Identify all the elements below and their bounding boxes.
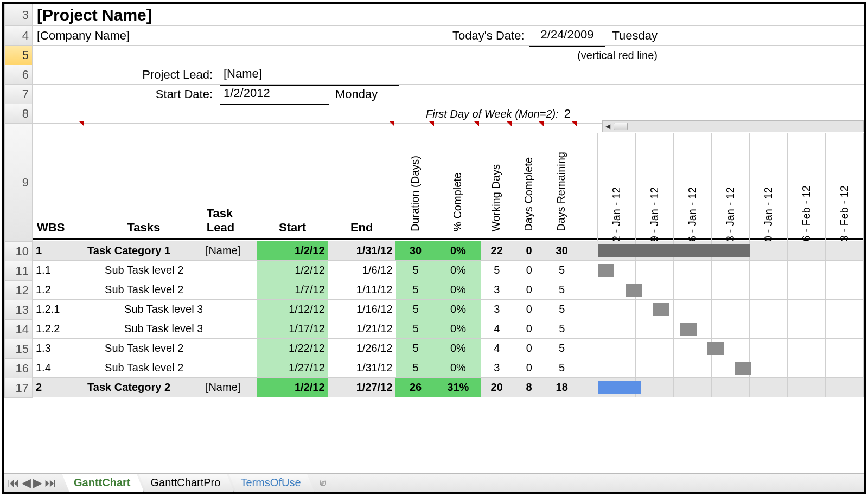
row-header[interactable]: 14 — [4, 320, 33, 339]
cell-pct[interactable]: 0% — [436, 358, 481, 377]
cell-start[interactable]: 1/2/12 — [257, 241, 328, 260]
cell-days-complete[interactable]: 0 — [513, 280, 545, 299]
cell-duration[interactable]: 5 — [396, 261, 436, 280]
cell-working-days[interactable]: 22 — [481, 241, 513, 260]
cell-duration[interactable]: 5 — [396, 319, 436, 338]
cell-end[interactable]: 1/6/12 — [328, 261, 396, 280]
cell-wbs[interactable]: 2 — [33, 378, 85, 397]
cell-working-days[interactable]: 3 — [481, 300, 513, 319]
row-header[interactable]: 16 — [4, 359, 33, 378]
col-wbs[interactable]: WBS — [33, 121, 85, 238]
cell-days-complete[interactable]: 0 — [513, 319, 545, 338]
table-row[interactable]: 1.1Sub Task level 21/2/121/6/1250%505 — [33, 261, 864, 280]
cell-task[interactable]: Sub Task level 2 — [85, 280, 202, 299]
cell-days-complete[interactable]: 0 — [513, 261, 545, 280]
tab-termsofuse[interactable]: TermsOfUse — [228, 474, 314, 492]
nav-first-icon[interactable]: ⏮ — [8, 476, 20, 490]
cell-wbs[interactable]: 1.3 — [33, 339, 85, 358]
project-lead-value[interactable]: [Name] — [220, 64, 399, 86]
row-header[interactable]: 7 — [4, 85, 33, 104]
cell-duration[interactable]: 5 — [396, 339, 436, 358]
cell-days-remaining[interactable]: 30 — [545, 241, 578, 260]
cell-duration[interactable]: 5 — [396, 300, 436, 319]
cell-pct[interactable]: 31% — [436, 378, 481, 397]
cell-pct[interactable]: 0% — [436, 300, 481, 319]
cell-start[interactable]: 1/12/12 — [257, 300, 328, 319]
table-row[interactable]: 1.2.1Sub Task level 31/12/121/16/1250%30… — [33, 300, 864, 319]
table-row[interactable]: 1.4Sub Task level 21/27/121/31/1250%305 — [33, 358, 864, 378]
row-header[interactable]: 12 — [4, 281, 33, 300]
cell-days-complete[interactable]: 0 — [513, 300, 545, 319]
cell-working-days[interactable]: 3 — [481, 358, 513, 377]
cell-working-days[interactable]: 20 — [481, 378, 513, 397]
col-working-days[interactable]: Working Days — [480, 121, 512, 238]
cell-wbs[interactable]: 1.2.1 — [33, 300, 85, 319]
cell-lead[interactable] — [202, 300, 257, 319]
cell-end[interactable]: 1/31/12 — [328, 358, 396, 377]
cell-days-remaining[interactable]: 5 — [545, 358, 578, 377]
cell-days-complete[interactable]: 0 — [513, 339, 545, 358]
row-header[interactable]: 10 — [4, 242, 33, 261]
cell-working-days[interactable]: 4 — [481, 339, 513, 358]
start-date-value[interactable]: 1/2/2012 — [220, 83, 329, 105]
cell-end[interactable]: 1/27/12 — [328, 378, 396, 397]
cell-pct[interactable]: 0% — [436, 339, 481, 358]
col-duration[interactable]: Duration (Days) — [395, 121, 435, 238]
row-header[interactable]: 3 — [4, 4, 33, 26]
cell-duration[interactable]: 26 — [395, 378, 435, 397]
col-start[interactable]: Start — [257, 121, 328, 238]
col-days-complete[interactable]: Days Complete — [513, 121, 545, 238]
cell-wbs[interactable]: 1.4 — [33, 358, 85, 377]
cell-working-days[interactable]: 3 — [481, 280, 513, 299]
table-row[interactable]: 1.3Sub Task level 21/22/121/26/1250%405 — [33, 339, 864, 358]
cell-days-remaining[interactable]: 18 — [545, 378, 578, 397]
col-tasks[interactable]: Tasks — [85, 121, 202, 238]
table-row[interactable]: 2Task Category 2[Name]1/2/121/27/122631%… — [33, 378, 864, 397]
cell-end[interactable]: 1/11/12 — [328, 280, 396, 299]
cell-days-complete[interactable]: 8 — [513, 378, 545, 397]
tab-ganttchartpro[interactable]: GanttChartPro — [138, 474, 234, 492]
cell-lead[interactable] — [202, 319, 257, 338]
company-name[interactable]: [Company Name] — [37, 26, 130, 46]
cell-days-complete[interactable]: 0 — [513, 241, 545, 260]
table-row[interactable]: 1.2.2Sub Task level 31/17/121/21/1250%40… — [33, 319, 864, 339]
row-header[interactable]: 11 — [4, 261, 33, 281]
cell-task[interactable]: Sub Task level 2 — [85, 261, 202, 280]
cell-days-remaining[interactable]: 5 — [545, 319, 578, 338]
cell-duration[interactable]: 5 — [396, 280, 436, 299]
cell-wbs[interactable]: 1.1 — [33, 261, 85, 280]
today-date-value[interactable]: 2/24/2009 — [529, 25, 606, 47]
cell-task[interactable]: Task Category 2 — [85, 378, 202, 397]
new-sheet-icon[interactable]: ⎚ — [312, 477, 334, 488]
cell-lead[interactable] — [202, 339, 257, 358]
table-row[interactable]: 1Task Category 1[Name]1/2/121/31/12300%2… — [33, 241, 864, 261]
cell-days-remaining[interactable]: 5 — [545, 280, 578, 299]
row-header[interactable]: 17 — [4, 378, 33, 398]
row-header[interactable]: 9 — [4, 124, 33, 242]
cell-wbs[interactable]: 1.2.2 — [33, 319, 85, 338]
cell-working-days[interactable]: 4 — [481, 319, 513, 338]
row-header[interactable]: 6 — [4, 65, 33, 85]
col-task-lead[interactable]: TaskLead — [202, 121, 257, 238]
cell-task[interactable]: Task Category 1 — [85, 241, 202, 260]
row-header[interactable]: 13 — [4, 300, 33, 320]
cell-end[interactable]: 1/31/12 — [328, 241, 396, 260]
col-days-remaining[interactable]: Days Remaining — [545, 121, 578, 238]
cell-duration[interactable]: 5 — [396, 358, 436, 377]
table-row[interactable]: 1.2Sub Task level 21/7/121/11/1250%305 — [33, 280, 864, 300]
cell-start[interactable]: 1/2/12 — [257, 261, 328, 280]
row-header[interactable]: 5 — [4, 46, 33, 65]
cell-end[interactable]: 1/21/12 — [328, 319, 396, 338]
cell-days-remaining[interactable]: 5 — [545, 339, 578, 358]
cell-end[interactable]: 1/16/12 — [328, 300, 396, 319]
nav-last-icon[interactable]: ⏭ — [44, 476, 56, 490]
cell-duration[interactable]: 30 — [395, 241, 435, 260]
nav-prev-icon[interactable]: ◀ — [22, 476, 31, 490]
row-header[interactable]: 15 — [4, 339, 33, 359]
cell-lead[interactable]: [Name] — [202, 378, 257, 397]
cell-lead[interactable] — [202, 358, 257, 377]
row-header[interactable]: 4 — [4, 26, 33, 46]
col-end[interactable]: End — [328, 121, 395, 238]
cell-lead[interactable] — [202, 261, 257, 280]
cell-end[interactable]: 1/26/12 — [328, 339, 396, 358]
